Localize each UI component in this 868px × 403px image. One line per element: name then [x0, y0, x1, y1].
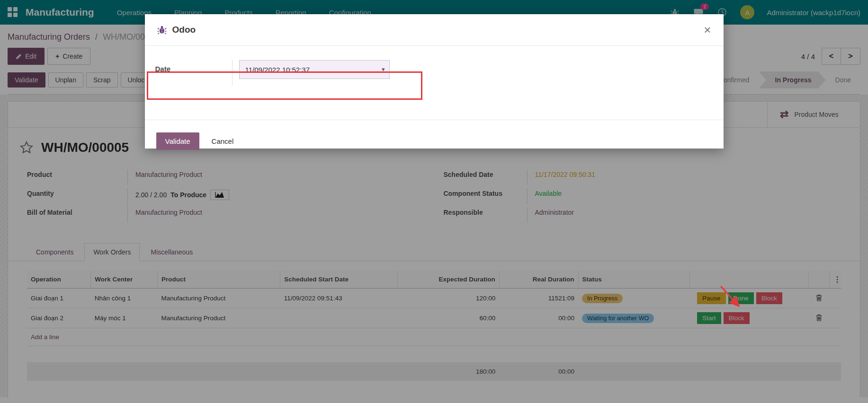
done-button[interactable]: Done: [728, 292, 754, 304]
field-bom: Bill of Material Manufacturing Product: [27, 207, 425, 226]
total-real-duration: 00:00: [499, 362, 578, 381]
table-header-row: Operation Work Center Product Scheduled …: [27, 271, 841, 289]
pager: 4 / 4 < >: [801, 48, 860, 65]
breadcrumb-parent[interactable]: Manufacturing Orders: [8, 32, 90, 42]
col-status[interactable]: Status: [578, 271, 689, 289]
add-a-line-link[interactable]: Add a line: [27, 328, 841, 346]
cell-work-center[interactable]: Nhân công 1: [91, 289, 158, 308]
date-label: Date: [155, 60, 232, 73]
cell-product[interactable]: Manufacturing Product: [157, 308, 280, 328]
col-operation[interactable]: Operation: [27, 271, 91, 289]
start-button[interactable]: Start: [697, 312, 721, 324]
cell-real[interactable]: 11521:09: [499, 289, 578, 308]
col-product[interactable]: Product: [157, 271, 280, 289]
trash-icon[interactable]: [816, 294, 822, 301]
cell-product[interactable]: Manufacturing Product: [157, 289, 280, 308]
cell-operation[interactable]: Giai đoạn 1: [27, 289, 91, 308]
apps-menu-icon[interactable]: [8, 7, 18, 18]
close-icon[interactable]: ×: [704, 24, 711, 36]
app-name[interactable]: Manufacturing: [26, 7, 94, 18]
quantity-value: 2.00 / 2.00: [135, 191, 167, 199]
cell-expected[interactable]: 60:00: [397, 308, 499, 328]
pager-prev-button[interactable]: <: [822, 48, 841, 64]
create-button[interactable]: + Create: [47, 48, 90, 65]
user-menu[interactable]: Administrator (wackp1d7iocn): [767, 9, 860, 17]
product-value[interactable]: Manufacturing Product: [135, 171, 202, 178]
dialog-header: Odoo ×: [145, 14, 724, 46]
field-quantity: Quantity 2.00 / 2.00 To Produce: [27, 188, 425, 207]
table-row[interactable]: Giai đoạn 1 Nhân công 1 Manufacturing Pr…: [27, 289, 841, 308]
table-row[interactable]: Giai đoạn 2 Máy móc 1 Manufacturing Prod…: [27, 308, 841, 328]
bug-icon: [157, 25, 167, 35]
cell-expected[interactable]: 120:00: [397, 289, 499, 308]
unplan-button[interactable]: Unplan: [48, 72, 83, 88]
dialog-body: Date ▾: [145, 60, 724, 120]
page-title: WH/MO/00005: [41, 140, 129, 155]
odoo-dialog: Odoo × Date ▾ Validate Cancel: [145, 14, 724, 149]
validate-button[interactable]: Validate: [8, 72, 45, 88]
status-badge: Waiting for another WO: [582, 314, 654, 323]
favorite-star-icon[interactable]: [19, 140, 34, 155]
tab-components[interactable]: Components: [27, 243, 82, 261]
swap-arrows-icon: ⇄: [780, 108, 788, 121]
scrap-button[interactable]: Scrap: [86, 72, 118, 88]
to-produce-label: To Produce: [170, 191, 206, 199]
pager-next-button[interactable]: >: [841, 48, 860, 64]
product-moves-button[interactable]: ⇄ Product Moves: [767, 102, 860, 127]
breadcrumb-separator: /: [92, 32, 100, 42]
cell-real[interactable]: 00:00: [499, 308, 578, 328]
optional-columns-toggle[interactable]: ⋮: [830, 271, 841, 289]
plus-icon: +: [55, 53, 59, 60]
field-responsible: Responsible Administrator: [444, 207, 841, 226]
field-component-status: Component Status Available: [444, 188, 841, 207]
work-orders-table: Operation Work Center Product Scheduled …: [27, 271, 841, 346]
avatar[interactable]: A: [740, 5, 754, 19]
status-badge: In Progress: [582, 294, 623, 303]
pencil-icon: [16, 53, 22, 60]
left-field-group: Product Manufacturing Product Quantity 2…: [27, 169, 425, 226]
tab-work-orders[interactable]: Work Orders: [84, 243, 140, 261]
pager-buttons: < >: [822, 48, 860, 65]
pager-count: 4 / 4: [801, 53, 815, 61]
dialog-cancel-button[interactable]: Cancel: [212, 137, 234, 145]
step-in-progress[interactable]: In Progress: [759, 71, 826, 88]
forecast-chart-button[interactable]: [210, 190, 229, 200]
product-label: Product: [27, 169, 127, 178]
col-scheduled-start[interactable]: Scheduled Start Date: [280, 271, 397, 289]
totals-row: 180:00 00:00: [27, 362, 841, 381]
step-done[interactable]: Done: [826, 71, 860, 88]
trash-icon[interactable]: [816, 314, 822, 321]
col-expected-duration[interactable]: Expected Duration: [397, 271, 499, 289]
dialog-title: Odoo: [172, 25, 196, 35]
total-expected-duration: 180:00: [397, 362, 499, 381]
cell-scheduled-start[interactable]: [280, 308, 397, 328]
work-orders-table-wrap: Operation Work Center Product Scheduled …: [8, 261, 860, 381]
col-real-duration[interactable]: Real Duration: [499, 271, 578, 289]
cell-scheduled-start[interactable]: 11/09/2022 09:51:43: [280, 289, 397, 308]
dialog-footer: Validate Cancel: [145, 120, 724, 162]
right-field-group: Scheduled Date 11/17/2022 09:50:31 Compo…: [444, 169, 841, 226]
component-status-value: Available: [535, 190, 562, 197]
date-field-row: Date ▾: [155, 60, 724, 86]
field-groups: Product Manufacturing Product Quantity 2…: [8, 155, 860, 226]
dialog-validate-button[interactable]: Validate: [156, 132, 199, 150]
notebook-tabs: Components Work Orders Miscellaneous: [8, 226, 860, 261]
edit-button[interactable]: Edit: [8, 48, 45, 65]
tab-miscellaneous[interactable]: Miscellaneous: [142, 243, 202, 261]
block-button[interactable]: Block: [756, 292, 782, 304]
bom-label: Bill of Material: [27, 207, 127, 216]
col-work-center[interactable]: Work Center: [91, 271, 158, 289]
bom-value[interactable]: Manufacturing Product: [135, 209, 202, 216]
responsible-label: Responsible: [444, 207, 527, 216]
component-status-label: Component Status: [444, 188, 527, 197]
col-delete: [809, 271, 830, 289]
responsible-value[interactable]: Administrator: [535, 209, 574, 216]
date-input[interactable]: [239, 60, 390, 79]
kebab-icon: ⋮: [833, 275, 841, 283]
product-moves-label: Product Moves: [794, 111, 838, 118]
pause-button[interactable]: Pause: [697, 292, 725, 304]
cell-operation[interactable]: Giai đoạn 2: [27, 308, 91, 328]
col-actions: [689, 271, 808, 289]
cell-work-center[interactable]: Máy móc 1: [91, 308, 158, 328]
block-button[interactable]: Block: [724, 312, 750, 324]
